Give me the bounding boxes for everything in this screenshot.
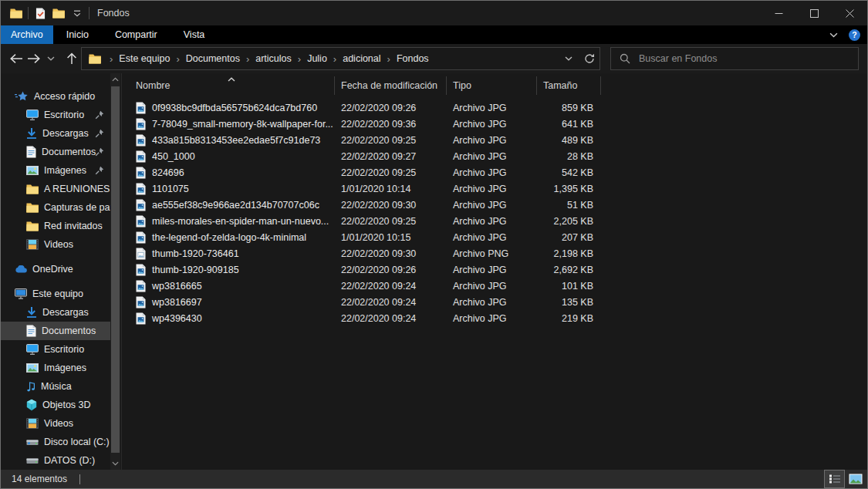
file-row[interactable]: wp3816697 22/02/2020 09:24 Archivo JPG 1… [123, 294, 867, 310]
breadcrumb-fondos[interactable]: Fondos [394, 53, 431, 64]
sidebar-item-pc-videos[interactable]: Videos [1, 414, 111, 433]
breadcrumb-este-equipo[interactable]: Este equipo [117, 53, 172, 64]
sidebar-item-pc-disco-c[interactable]: Disco local (C:) [1, 433, 111, 451]
file-row[interactable]: thumb-1920-736461 22/02/2020 09:30 Archi… [123, 245, 867, 261]
file-row[interactable]: thumb-1920-909185 22/02/2020 09:26 Archi… [123, 261, 867, 278]
qat-properties-button[interactable] [31, 3, 49, 23]
tab-vista[interactable]: Vista [171, 25, 218, 44]
file-date: 22/02/2020 09:25 [335, 216, 447, 227]
sidebar-item-escritorio[interactable]: Escritorio [1, 106, 111, 124]
scroll-down-icon[interactable] [110, 457, 120, 469]
column-header-tipo[interactable]: Tipo [447, 76, 537, 95]
quick-access-star-icon [15, 91, 29, 102]
pin-icon [95, 110, 104, 120]
sidebar-item-pc-objetos-3d[interactable]: Objetos 3D [1, 396, 111, 414]
column-header-fecha[interactable]: Fecha de modificación [335, 76, 447, 95]
qat-new-folder-button[interactable] [49, 3, 68, 23]
file-date: 22/02/2020 09:25 [335, 135, 447, 146]
file-name: 0f9938bc9dfbda56575b624dca7bd760 [152, 103, 317, 113]
file-row[interactable]: 1101075 1/01/2020 10:14 Archivo JPG 1,39… [123, 180, 867, 197]
desktop-icon [26, 110, 39, 120]
file-row[interactable]: wp3816665 22/02/2020 09:24 Archivo JPG 1… [123, 278, 867, 294]
maximize-button[interactable] [796, 1, 832, 25]
file-row[interactable]: miles-morales-en-spider-man-un-nuevo... … [123, 213, 867, 229]
tab-archivo[interactable]: Archivo [1, 25, 53, 44]
sidebar-item-label: Escritorio [44, 344, 84, 355]
file-type: Archivo JPG [447, 281, 537, 292]
sidebar-scrollbar[interactable] [110, 73, 120, 470]
drive-icon [26, 457, 39, 464]
breadcrumb-chevron-icon: › [106, 53, 117, 65]
sidebar-item-descargas[interactable]: Descargas [1, 124, 111, 143]
breadcrumb-articulos[interactable]: articulos [253, 53, 294, 64]
sidebar-item-red-invitados[interactable]: Red invitados [1, 217, 111, 235]
file-row[interactable]: ae555ef38c9e966ae2d134b70707c06c 22/02/2… [123, 197, 867, 213]
sidebar-item-onedrive[interactable]: OneDrive [1, 260, 111, 278]
up-button[interactable] [62, 47, 81, 70]
qat-customize-dropdown-icon[interactable] [68, 3, 86, 23]
back-button[interactable] [7, 47, 25, 70]
address-dropdown-button[interactable] [558, 48, 579, 69]
sidebar-item-pc-imagenes[interactable]: Imágenes [1, 359, 111, 377]
file-name: wp3816665 [152, 281, 202, 292]
sidebar-item-capturas[interactable]: Capturas de pan [1, 198, 111, 217]
ribbon-expand-chevron-icon[interactable] [829, 32, 838, 38]
thumbnails-view-button[interactable] [845, 470, 866, 488]
navigation-toolbar: › Este equipo › Documentos › articulos ›… [1, 44, 867, 73]
forward-button[interactable] [25, 47, 42, 70]
file-size: 51 KB [537, 200, 601, 211]
file-type: Archivo JPG [447, 232, 537, 243]
sidebar-item-a-reuniones[interactable]: A REUNIONES [1, 180, 111, 198]
scroll-up-icon[interactable] [110, 73, 120, 85]
breadcrumb-documentos[interactable]: Documentos [184, 53, 242, 64]
column-header-nombre[interactable]: Nombre [123, 76, 335, 95]
file-row[interactable]: 0f9938bc9dfbda56575b624dca7bd760 22/02/2… [123, 99, 867, 116]
sidebar-item-pc-musica[interactable]: Música [1, 377, 111, 396]
scrollbar-thumb[interactable] [111, 86, 120, 453]
address-folder-icon [89, 53, 101, 64]
breadcrumb-adicional[interactable]: adicional [340, 53, 383, 64]
address-bar[interactable]: › Este equipo › Documentos › articulos ›… [81, 47, 600, 70]
help-icon: ? [852, 30, 856, 39]
column-header-tamano[interactable]: Tamaño [537, 76, 601, 95]
refresh-button[interactable] [579, 48, 599, 69]
file-type: Archivo JPG [447, 265, 537, 275]
documents-icon [26, 146, 36, 158]
jpg-file-icon [136, 231, 146, 244]
file-row[interactable]: wp4396430 22/02/2020 09:24 Archivo JPG 2… [123, 310, 867, 326]
tab-inicio[interactable]: Inicio [53, 25, 102, 44]
close-button[interactable] [832, 1, 867, 25]
sidebar-item-documentos[interactable]: Documentos [1, 143, 111, 161]
sidebar-item-imagenes[interactable]: Imágenes [1, 161, 111, 180]
file-type: Archivo JPG [447, 167, 537, 178]
search-box[interactable] [610, 47, 859, 70]
file-type: Archivo JPG [447, 184, 537, 194]
file-row[interactable]: 7-78049_small-memory-8k-wallpaper-for...… [123, 116, 867, 132]
jpg-file-icon [136, 215, 146, 228]
file-date: 22/02/2020 09:24 [335, 281, 447, 292]
breadcrumb-chevron-icon: › [383, 53, 394, 65]
search-input[interactable] [637, 52, 826, 65]
sidebar-item-label: Imágenes [44, 165, 86, 176]
png-file-icon [136, 248, 146, 260]
file-row[interactable]: the-legend-of-zelda-logo-4k-minimal 1/01… [123, 229, 867, 245]
recent-locations-chevron-icon[interactable] [44, 47, 58, 70]
minimize-button[interactable] [761, 1, 796, 25]
sidebar-item-pc-datos-d[interactable]: DATOS (D:) [1, 451, 111, 470]
file-row[interactable]: 450_1000 22/02/2020 09:27 Archivo JPG 28… [123, 148, 867, 164]
help-button[interactable]: ? [849, 29, 860, 41]
sidebar-item-videos-qa[interactable]: Videos [1, 235, 111, 254]
file-row[interactable]: 824696 22/02/2020 09:25 Archivo JPG 542 … [123, 164, 867, 180]
file-row[interactable]: 433a815b8313453ee2edae5f7c91de73 22/02/2… [123, 132, 867, 148]
sidebar-item-pc-escritorio[interactable]: Escritorio [1, 340, 111, 359]
tab-compartir[interactable]: Compartir [102, 25, 171, 44]
jpg-file-icon [136, 264, 146, 276]
breadcrumb-julio[interactable]: Julio [305, 53, 329, 64]
column-label: Tipo [453, 80, 471, 91]
sidebar-item-este-equipo[interactable]: Este equipo [1, 285, 111, 303]
details-view-button[interactable] [824, 470, 845, 488]
sidebar-item-pc-documentos[interactable]: Documentos [1, 322, 111, 340]
sidebar-item-quick-access[interactable]: Acceso rápido [1, 87, 111, 106]
downloads-icon [26, 127, 37, 140]
sidebar-item-pc-descargas[interactable]: Descargas [1, 303, 111, 322]
